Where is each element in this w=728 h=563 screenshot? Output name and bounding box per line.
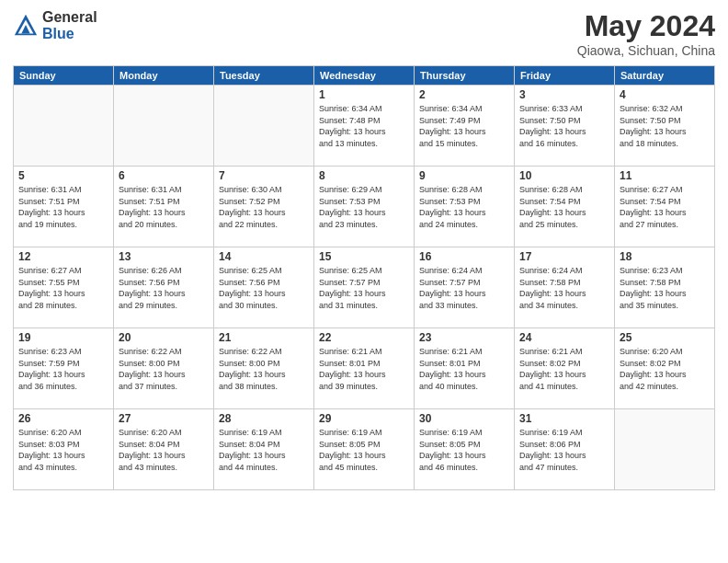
week-row-2: 5Sunrise: 6:31 AM Sunset: 7:51 PM Daylig… (14, 167, 715, 247)
day-number: 19 (18, 331, 108, 344)
day-info: Sunrise: 6:27 AM Sunset: 7:55 PM Dayligh… (18, 265, 108, 311)
day-info: Sunrise: 6:19 AM Sunset: 8:04 PM Dayligh… (219, 427, 309, 473)
day-info: Sunrise: 6:22 AM Sunset: 8:00 PM Dayligh… (219, 346, 309, 392)
day-info: Sunrise: 6:26 AM Sunset: 7:56 PM Dayligh… (119, 265, 209, 311)
calendar-header-row: Sunday Monday Tuesday Wednesday Thursday… (14, 66, 715, 86)
calendar-cell: 21Sunrise: 6:22 AM Sunset: 8:00 PM Dayli… (214, 328, 314, 409)
day-number: 3 (519, 88, 609, 101)
day-number: 25 (620, 331, 710, 344)
calendar-cell: 19Sunrise: 6:23 AM Sunset: 7:59 PM Dayli… (14, 328, 114, 409)
col-sunday: Sunday (14, 66, 114, 86)
day-info: Sunrise: 6:32 AM Sunset: 7:50 PM Dayligh… (620, 103, 710, 149)
day-info: Sunrise: 6:24 AM Sunset: 7:58 PM Dayligh… (519, 265, 609, 311)
day-number: 18 (620, 250, 710, 263)
calendar-cell: 29Sunrise: 6:19 AM Sunset: 8:05 PM Dayli… (314, 409, 415, 490)
calendar-cell: 14Sunrise: 6:25 AM Sunset: 7:56 PM Dayli… (214, 247, 314, 328)
day-number: 27 (119, 412, 209, 425)
week-row-5: 26Sunrise: 6:20 AM Sunset: 8:03 PM Dayli… (14, 409, 715, 490)
calendar-cell: 24Sunrise: 6:21 AM Sunset: 8:02 PM Dayli… (515, 328, 615, 409)
col-friday: Friday (515, 66, 615, 86)
day-number: 15 (319, 250, 409, 263)
day-number: 31 (519, 412, 609, 425)
header: General Blue May 2024 Qiaowa, Sichuan, C… (13, 9, 715, 58)
day-info: Sunrise: 6:25 AM Sunset: 7:57 PM Dayligh… (319, 265, 409, 311)
col-wednesday: Wednesday (314, 66, 415, 86)
calendar-cell: 9Sunrise: 6:28 AM Sunset: 7:53 PM Daylig… (415, 167, 515, 247)
calendar-cell: 22Sunrise: 6:21 AM Sunset: 8:01 PM Dayli… (314, 328, 415, 409)
day-info: Sunrise: 6:19 AM Sunset: 8:06 PM Dayligh… (519, 427, 609, 473)
day-number: 14 (219, 250, 309, 263)
day-number: 23 (419, 331, 509, 344)
day-info: Sunrise: 6:34 AM Sunset: 7:49 PM Dayligh… (419, 103, 509, 149)
calendar-cell (615, 409, 715, 490)
day-number: 2 (419, 88, 509, 101)
col-thursday: Thursday (415, 66, 515, 86)
calendar-cell: 12Sunrise: 6:27 AM Sunset: 7:55 PM Dayli… (14, 247, 114, 328)
day-info: Sunrise: 6:31 AM Sunset: 7:51 PM Dayligh… (119, 184, 209, 230)
day-info: Sunrise: 6:29 AM Sunset: 7:53 PM Dayligh… (319, 184, 409, 230)
month-title: May 2024 (577, 9, 715, 43)
day-info: Sunrise: 6:31 AM Sunset: 7:51 PM Dayligh… (18, 184, 108, 230)
day-info: Sunrise: 6:33 AM Sunset: 7:50 PM Dayligh… (519, 103, 609, 149)
calendar-cell: 17Sunrise: 6:24 AM Sunset: 7:58 PM Dayli… (515, 247, 615, 328)
logo-text: General Blue (42, 9, 97, 41)
day-info: Sunrise: 6:23 AM Sunset: 7:58 PM Dayligh… (620, 265, 710, 311)
calendar-cell: 28Sunrise: 6:19 AM Sunset: 8:04 PM Dayli… (214, 409, 314, 490)
logo-icon (13, 13, 39, 39)
calendar-cell (14, 86, 114, 167)
day-info: Sunrise: 6:21 AM Sunset: 8:02 PM Dayligh… (519, 346, 609, 392)
col-tuesday: Tuesday (214, 66, 314, 86)
day-number: 13 (119, 250, 209, 263)
day-info: Sunrise: 6:27 AM Sunset: 7:54 PM Dayligh… (620, 184, 710, 230)
day-info: Sunrise: 6:19 AM Sunset: 8:05 PM Dayligh… (319, 427, 409, 473)
calendar-cell: 26Sunrise: 6:20 AM Sunset: 8:03 PM Dayli… (14, 409, 114, 490)
day-number: 30 (419, 412, 509, 425)
day-number: 4 (620, 88, 710, 101)
day-number: 12 (18, 250, 108, 263)
calendar-cell: 8Sunrise: 6:29 AM Sunset: 7:53 PM Daylig… (314, 167, 415, 247)
calendar-cell: 1Sunrise: 6:34 AM Sunset: 7:48 PM Daylig… (314, 86, 415, 167)
day-info: Sunrise: 6:25 AM Sunset: 7:56 PM Dayligh… (219, 265, 309, 311)
day-number: 7 (219, 169, 309, 182)
day-number: 5 (18, 169, 108, 182)
calendar-cell: 27Sunrise: 6:20 AM Sunset: 8:04 PM Dayli… (114, 409, 214, 490)
day-info: Sunrise: 6:20 AM Sunset: 8:04 PM Dayligh… (119, 427, 209, 473)
calendar-cell (214, 86, 314, 167)
week-row-1: 1Sunrise: 6:34 AM Sunset: 7:48 PM Daylig… (14, 86, 715, 167)
day-number: 11 (620, 169, 710, 182)
calendar-cell: 16Sunrise: 6:24 AM Sunset: 7:57 PM Dayli… (415, 247, 515, 328)
day-info: Sunrise: 6:21 AM Sunset: 8:01 PM Dayligh… (319, 346, 409, 392)
day-number: 20 (119, 331, 209, 344)
logo-blue: Blue (42, 26, 97, 42)
day-info: Sunrise: 6:34 AM Sunset: 7:48 PM Dayligh… (319, 103, 409, 149)
day-info: Sunrise: 6:28 AM Sunset: 7:54 PM Dayligh… (519, 184, 609, 230)
calendar-cell: 15Sunrise: 6:25 AM Sunset: 7:57 PM Dayli… (314, 247, 415, 328)
day-info: Sunrise: 6:20 AM Sunset: 8:02 PM Dayligh… (620, 346, 710, 392)
calendar-cell: 7Sunrise: 6:30 AM Sunset: 7:52 PM Daylig… (214, 167, 314, 247)
calendar-cell: 6Sunrise: 6:31 AM Sunset: 7:51 PM Daylig… (114, 167, 214, 247)
calendar-cell: 23Sunrise: 6:21 AM Sunset: 8:01 PM Dayli… (415, 328, 515, 409)
week-row-3: 12Sunrise: 6:27 AM Sunset: 7:55 PM Dayli… (14, 247, 715, 328)
calendar-cell: 10Sunrise: 6:28 AM Sunset: 7:54 PM Dayli… (515, 167, 615, 247)
day-info: Sunrise: 6:24 AM Sunset: 7:57 PM Dayligh… (419, 265, 509, 311)
day-info: Sunrise: 6:19 AM Sunset: 8:05 PM Dayligh… (419, 427, 509, 473)
col-monday: Monday (114, 66, 214, 86)
day-number: 24 (519, 331, 609, 344)
day-number: 26 (18, 412, 108, 425)
day-number: 28 (219, 412, 309, 425)
day-info: Sunrise: 6:20 AM Sunset: 8:03 PM Dayligh… (18, 427, 108, 473)
col-saturday: Saturday (615, 66, 715, 86)
day-info: Sunrise: 6:21 AM Sunset: 8:01 PM Dayligh… (419, 346, 509, 392)
day-number: 10 (519, 169, 609, 182)
calendar: Sunday Monday Tuesday Wednesday Thursday… (13, 65, 715, 490)
week-row-4: 19Sunrise: 6:23 AM Sunset: 7:59 PM Dayli… (14, 328, 715, 409)
day-number: 9 (419, 169, 509, 182)
calendar-cell: 5Sunrise: 6:31 AM Sunset: 7:51 PM Daylig… (14, 167, 114, 247)
calendar-cell: 4Sunrise: 6:32 AM Sunset: 7:50 PM Daylig… (615, 86, 715, 167)
title-block: May 2024 Qiaowa, Sichuan, China (577, 9, 715, 58)
logo: General Blue (13, 9, 97, 41)
calendar-cell: 31Sunrise: 6:19 AM Sunset: 8:06 PM Dayli… (515, 409, 615, 490)
calendar-cell (114, 86, 214, 167)
day-number: 22 (319, 331, 409, 344)
day-number: 17 (519, 250, 609, 263)
